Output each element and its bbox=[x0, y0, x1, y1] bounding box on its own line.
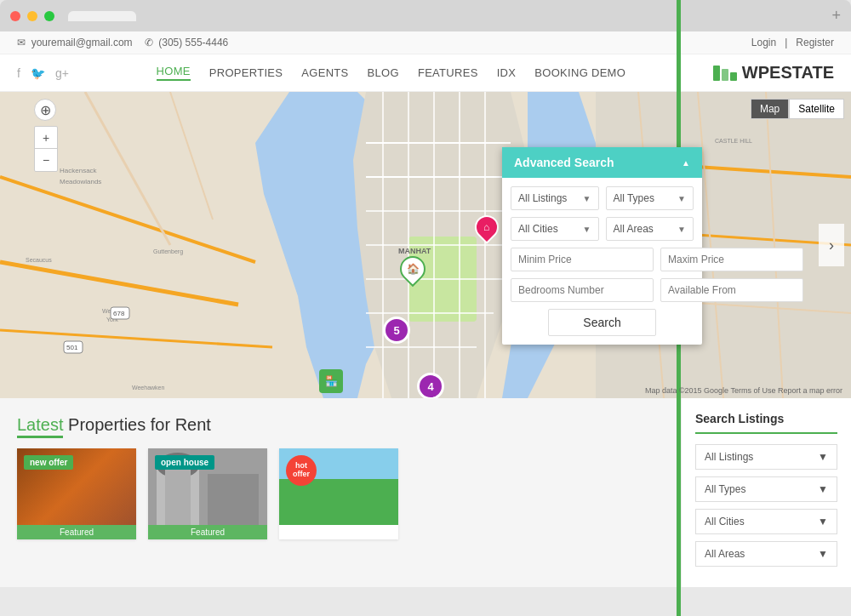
logo-bar-3 bbox=[730, 72, 737, 81]
minimize-dot[interactable] bbox=[27, 11, 37, 21]
property-card-1[interactable]: new offer Featured bbox=[17, 448, 136, 539]
new-tab-button[interactable]: + bbox=[831, 7, 841, 25]
nav-booking-demo[interactable]: BOOKING DEMO bbox=[534, 66, 625, 79]
sidebar-listings-select[interactable]: All Listings ▼ bbox=[695, 444, 837, 470]
map-type-toggle: Map Satellite bbox=[751, 99, 844, 119]
sidebar-types-select[interactable]: All Types ▼ bbox=[695, 476, 837, 502]
top-bar-auth: Login | Register bbox=[751, 37, 834, 48]
nav-idx[interactable]: IDX bbox=[497, 66, 517, 79]
property-badge-1: new offer bbox=[24, 455, 73, 470]
property-card-3[interactable]: hot offer bbox=[279, 448, 398, 539]
house-pin-shape: 🏠 bbox=[395, 251, 431, 287]
map-pin-location[interactable]: ⌂ bbox=[475, 215, 499, 239]
phone-link[interactable]: (305) 555-4446 bbox=[158, 37, 228, 48]
browser-tab[interactable] bbox=[68, 11, 136, 21]
search-panel-collapse[interactable]: ▲ bbox=[682, 158, 690, 168]
twitter-icon[interactable]: 🐦 bbox=[31, 66, 45, 80]
map-next-button[interactable]: › bbox=[819, 224, 844, 266]
property-card-2[interactable]: open house Featured bbox=[148, 448, 267, 539]
sidebar-listings-label: All Listings bbox=[705, 451, 753, 463]
facebook-icon[interactable]: f bbox=[17, 66, 20, 80]
zoom-out-button[interactable]: − bbox=[35, 149, 57, 171]
website-container: ✉ youremail@gmail.com ✆ (305) 555-4446 L… bbox=[0, 31, 851, 587]
map-pan-control[interactable]: ⊕ bbox=[34, 99, 56, 121]
maximize-dot[interactable] bbox=[44, 11, 54, 21]
map-zoom-control: + − bbox=[34, 126, 58, 172]
building-pin-1: 🏪 bbox=[319, 369, 343, 393]
nav-agents[interactable]: AGENTS bbox=[301, 66, 348, 79]
top-bar-contact: ✉ youremail@gmail.com ✆ (305) 555-4446 bbox=[17, 37, 228, 48]
property-label-1: Featured bbox=[17, 525, 136, 539]
advanced-search-panel: Advanced Search ▲ All Listings ▼ All Typ… bbox=[502, 147, 702, 345]
zoom-in-button[interactable]: + bbox=[35, 127, 57, 149]
logo-bar-2 bbox=[722, 69, 728, 81]
nav-menu: HOME PROPERTIES AGENTS BLOG FEATURES IDX… bbox=[157, 65, 626, 81]
search-panel-body: All Listings ▼ All Types ▼ All Cities ▼ bbox=[502, 178, 702, 345]
phone-icon: ✆ bbox=[145, 37, 153, 48]
svg-rect-49 bbox=[165, 465, 191, 525]
sidebar-listings-caret: ▼ bbox=[818, 451, 828, 463]
logo[interactable]: WPESTATE bbox=[713, 63, 834, 83]
numbered-pin-4: 4 bbox=[417, 373, 444, 398]
nav-features[interactable]: FEATURES bbox=[418, 66, 478, 79]
property-label-2: Featured bbox=[148, 525, 267, 539]
map-attribution: Map data ©2015 Google Terms of Use Repor… bbox=[645, 386, 842, 395]
location-icon: ⌂ bbox=[483, 221, 489, 233]
section-title: Latest Properties for Rent bbox=[17, 415, 664, 435]
map-area[interactable]: Hackensack Meadowlands Secaucus West New… bbox=[0, 92, 851, 398]
svg-text:Guttenberg: Guttenberg bbox=[153, 248, 183, 255]
map-pin-building-1[interactable]: 🏪 bbox=[319, 369, 343, 393]
nav-blog[interactable]: BLOG bbox=[368, 66, 399, 79]
map-pin-4[interactable]: 4 bbox=[417, 373, 444, 398]
numbered-pin-5: 5 bbox=[383, 317, 410, 344]
listings-select[interactable]: All Listings ▼ bbox=[511, 186, 599, 210]
search-row-1: All Listings ▼ All Types ▼ bbox=[511, 186, 694, 210]
email-icon: ✉ bbox=[17, 37, 26, 48]
svg-text:MANHAT: MANHAT bbox=[398, 247, 431, 255]
map-pin-house[interactable]: 🏠 bbox=[400, 256, 426, 282]
logo-bar-1 bbox=[713, 66, 720, 81]
register-link[interactable]: Register bbox=[796, 37, 834, 48]
login-link[interactable]: Login bbox=[751, 37, 776, 48]
nav-properties[interactable]: PROPERTIES bbox=[209, 66, 283, 79]
googleplus-icon[interactable]: g+ bbox=[55, 66, 69, 80]
svg-text:Meadowlands: Meadowlands bbox=[60, 178, 101, 185]
nav-left: f 🐦 g+ bbox=[17, 66, 69, 80]
areas-select[interactable]: All Areas ▼ bbox=[606, 217, 694, 241]
map-type-map[interactable]: Map bbox=[751, 99, 789, 119]
house-icon: 🏠 bbox=[407, 263, 420, 275]
search-button[interactable]: Search bbox=[548, 309, 655, 336]
sidebar-areas-label: All Areas bbox=[705, 548, 745, 560]
sidebar-cities-select[interactable]: All Cities ▼ bbox=[695, 509, 837, 534]
content-area: Latest Properties for Rent new offer Fea… bbox=[0, 398, 851, 587]
sidebar-cities-caret: ▼ bbox=[818, 516, 828, 528]
areas-caret: ▼ bbox=[677, 225, 686, 234]
main-nav: f 🐦 g+ HOME PROPERTIES AGENTS BLOG FEATU… bbox=[0, 54, 851, 92]
nav-home[interactable]: HOME bbox=[157, 65, 191, 81]
svg-text:Weehawken: Weehawken bbox=[132, 385, 165, 391]
search-row-2: All Cities ▼ All Areas ▼ bbox=[511, 217, 694, 241]
cities-select-label: All Cities bbox=[518, 223, 558, 235]
property-img-wrapper-3: hot offer bbox=[279, 448, 398, 525]
logo-text: WPESTATE bbox=[742, 63, 834, 83]
svg-text:678: 678 bbox=[113, 310, 125, 317]
close-dot[interactable] bbox=[10, 11, 20, 21]
min-price-input[interactable] bbox=[511, 248, 654, 271]
bedrooms-input[interactable] bbox=[511, 278, 654, 302]
property-img-wrapper-2: open house bbox=[148, 448, 267, 525]
map-type-satellite[interactable]: Satellite bbox=[789, 99, 844, 119]
email-link[interactable]: youremail@gmail.com bbox=[31, 37, 133, 48]
location-pin: ⌂ bbox=[470, 210, 504, 244]
sidebar-areas-select[interactable]: All Areas ▼ bbox=[695, 541, 837, 567]
search-row-4 bbox=[511, 278, 694, 302]
max-price-input[interactable] bbox=[660, 248, 803, 271]
map-pin-5[interactable]: 5 bbox=[383, 317, 410, 344]
cities-select[interactable]: All Cities ▼ bbox=[511, 217, 599, 241]
property-img-wrapper-1: new offer bbox=[17, 448, 136, 525]
types-select[interactable]: All Types ▼ bbox=[606, 186, 694, 210]
sidebar-areas-caret: ▼ bbox=[818, 548, 828, 560]
available-from-input[interactable] bbox=[660, 278, 803, 302]
svg-text:501: 501 bbox=[66, 344, 78, 351]
search-btn-row: Search bbox=[511, 309, 694, 336]
sidebar-cities-label: All Cities bbox=[705, 516, 745, 528]
